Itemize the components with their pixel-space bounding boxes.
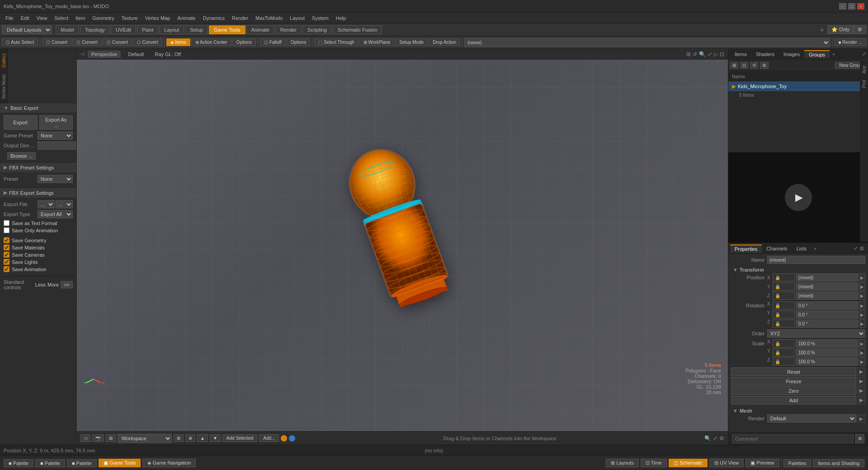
game-preset-select[interactable]: None bbox=[38, 132, 73, 140]
save-materials-checkbox[interactable] bbox=[4, 244, 9, 250]
settings-button[interactable]: ⚙ bbox=[854, 25, 866, 34]
props-settings[interactable]: ⚙ bbox=[858, 245, 866, 252]
command-settings-btn[interactable]: ⚙ bbox=[855, 434, 864, 443]
groups-tb-btn4[interactable]: ⚙ bbox=[760, 62, 769, 69]
dock-uvview[interactable]: ⊟ UV View bbox=[709, 459, 744, 467]
tab-add-button[interactable]: + bbox=[816, 25, 827, 35]
scale-y-arrow[interactable]: ▶ bbox=[859, 348, 865, 357]
gallery-tab[interactable]: Gallery bbox=[0, 51, 7, 70]
zero-button[interactable]: Zero bbox=[731, 386, 856, 395]
save-cameras-checkbox[interactable] bbox=[4, 252, 9, 258]
tab-game-tools[interactable]: Game Tools bbox=[209, 25, 245, 34]
preview-play-button[interactable]: ▶ bbox=[785, 184, 812, 211]
menu-select[interactable]: Select bbox=[51, 14, 72, 22]
none-select[interactable]: (none) bbox=[464, 38, 830, 47]
tab-items-right[interactable]: Items bbox=[730, 51, 751, 58]
add-arrow[interactable]: ▶ bbox=[857, 396, 865, 404]
prst-side-tab[interactable]: Prst bbox=[861, 77, 868, 91]
vp-tab-perspective[interactable]: Perspective bbox=[88, 51, 121, 58]
convert-button-1[interactable]: ⬡ Convert bbox=[42, 38, 71, 46]
render-arrow[interactable]: ▶ bbox=[857, 414, 865, 423]
auto-select-button[interactable]: ⬡ Auto Select bbox=[2, 38, 38, 46]
order-select[interactable]: XYZ bbox=[767, 329, 865, 338]
position-z-input[interactable] bbox=[796, 291, 858, 300]
vp-tab-raygl[interactable]: Ray GL: Off bbox=[151, 51, 184, 58]
scale-y-input[interactable] bbox=[796, 348, 858, 357]
tab-images[interactable]: Images bbox=[779, 51, 804, 58]
dock-game-nav[interactable]: ◈ Game Navigation bbox=[142, 459, 196, 467]
window-controls[interactable]: − □ × bbox=[839, 3, 864, 9]
tab-schematic-fusion[interactable]: Schematic Fusion bbox=[333, 25, 382, 34]
menu-edit[interactable]: Edit bbox=[17, 14, 33, 22]
vp-icon-3[interactable]: 🔍 bbox=[699, 51, 706, 57]
dock-time[interactable]: ⊡ Time bbox=[641, 459, 667, 467]
position-x-input[interactable] bbox=[796, 273, 858, 282]
output-dir-input[interactable] bbox=[38, 141, 76, 150]
rotation-z-input[interactable] bbox=[796, 320, 858, 328]
pos-x-arrow[interactable]: ▶ bbox=[859, 273, 865, 282]
vp-tab-default[interactable]: Default bbox=[124, 51, 147, 58]
convert-button-3[interactable]: ⬡ Convert bbox=[103, 38, 132, 46]
tab-topology[interactable]: Topology bbox=[80, 25, 110, 34]
drop-action-button[interactable]: Drop Action bbox=[429, 38, 460, 46]
add-prop-button[interactable]: Add bbox=[731, 396, 856, 404]
dock-items-shading[interactable]: Items and Shading bbox=[813, 459, 864, 467]
dock-palette-1[interactable]: ■ Palette bbox=[4, 459, 33, 467]
maximize-button[interactable]: □ bbox=[848, 3, 855, 9]
fbx-export-header[interactable]: ▶ FBX Export Settings bbox=[0, 188, 76, 197]
freeze-button[interactable]: Freeze bbox=[731, 377, 856, 385]
less-label[interactable]: Less bbox=[35, 282, 46, 287]
vp-up-btn[interactable]: ▲ bbox=[197, 434, 208, 442]
options-button-2[interactable]: Options bbox=[287, 38, 310, 46]
tab-paint[interactable]: Paint bbox=[137, 25, 158, 34]
close-button[interactable]: × bbox=[857, 3, 864, 9]
rot-x-arrow[interactable]: ▶ bbox=[859, 301, 865, 310]
options-button-1[interactable]: Options bbox=[232, 38, 256, 46]
group-item-kids-mic[interactable]: ▶ Kids_Microphone_Toy bbox=[728, 81, 868, 92]
groups-tb-btn1[interactable]: ⊞ bbox=[730, 62, 738, 69]
tab-uvedit[interactable]: UVEdit bbox=[111, 25, 136, 34]
add-button[interactable]: Add... bbox=[259, 434, 279, 442]
menu-help[interactable]: Help bbox=[332, 14, 350, 22]
rot-y-arrow[interactable]: ▶ bbox=[859, 310, 865, 319]
rotation-y-input[interactable] bbox=[796, 310, 858, 319]
minimize-button[interactable]: − bbox=[839, 3, 846, 9]
vp-icon-2[interactable]: ↺ bbox=[693, 51, 697, 57]
rotation-x-input[interactable] bbox=[796, 301, 858, 310]
menu-render[interactable]: Render bbox=[228, 14, 252, 22]
browse-button[interactable]: Browse ... bbox=[7, 152, 36, 160]
more-label[interactable]: More bbox=[47, 282, 59, 287]
pos-z-arrow[interactable]: ▶ bbox=[859, 291, 865, 300]
props-tab-add[interactable]: + bbox=[811, 245, 819, 252]
app-side-tab[interactable]: App bbox=[861, 63, 868, 76]
freeze-arrow[interactable]: ▶ bbox=[857, 377, 865, 385]
groups-tb-btn2[interactable]: ⊡ bbox=[740, 62, 748, 69]
render-select[interactable]: Default bbox=[767, 414, 856, 423]
dot-blue[interactable] bbox=[289, 435, 295, 442]
save-animation-checkbox[interactable] bbox=[4, 266, 9, 272]
convert-button-2[interactable]: ⬡ Convert bbox=[72, 38, 102, 46]
setup-mode-button[interactable]: Setup Mode bbox=[395, 38, 428, 46]
scale-x-input[interactable] bbox=[796, 339, 858, 348]
layout-select[interactable]: Default Layouts bbox=[2, 25, 52, 34]
vp-camera-btn[interactable]: 📷 bbox=[92, 434, 104, 442]
dock-layouts[interactable]: ⊞ Layouts bbox=[606, 459, 639, 467]
tab-layout[interactable]: Layout bbox=[159, 25, 184, 34]
action-center-button[interactable]: ⊕ Action Center bbox=[191, 38, 231, 46]
menu-view[interactable]: View bbox=[33, 14, 51, 22]
export-button[interactable]: Export bbox=[4, 115, 38, 130]
tab-scripting[interactable]: Scripting bbox=[302, 25, 332, 34]
items-button[interactable]: ◈ Items bbox=[166, 38, 190, 46]
dock-palette-2[interactable]: ■ Palette bbox=[35, 459, 65, 467]
command-input[interactable] bbox=[732, 434, 854, 443]
save-lights-checkbox[interactable] bbox=[4, 259, 9, 265]
rot-z-arrow[interactable]: ▶ bbox=[859, 320, 865, 328]
vp-grid-btn[interactable]: ⊞ bbox=[106, 434, 116, 442]
dock-palettes[interactable]: Palettes bbox=[783, 459, 811, 467]
tab-groups[interactable]: Groups bbox=[804, 50, 830, 58]
groups-tb-btn3[interactable]: ↺ bbox=[750, 62, 758, 69]
tab-render[interactable]: Render bbox=[275, 25, 302, 34]
export-file-select2[interactable]: ... bbox=[56, 200, 73, 208]
export-file-select[interactable]: ... bbox=[38, 200, 55, 208]
position-y-input[interactable] bbox=[796, 282, 858, 291]
